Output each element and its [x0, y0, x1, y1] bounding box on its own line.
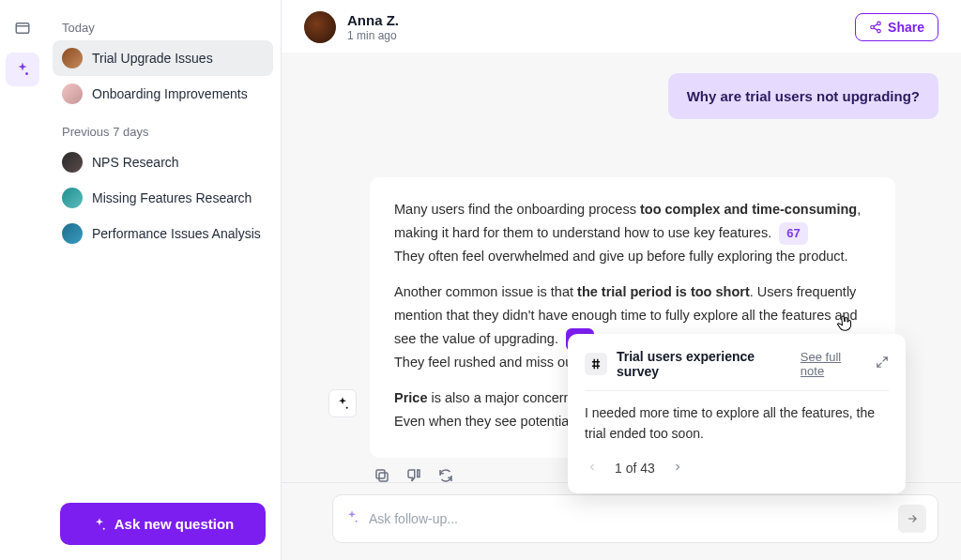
sidebar-item-onboarding[interactable]: Onboarding Improvements	[53, 76, 273, 112]
avatar-icon	[62, 83, 83, 104]
send-button[interactable]	[898, 505, 926, 533]
svg-point-5	[877, 29, 881, 33]
sidebar-item-nps[interactable]: NPS Research	[53, 144, 273, 180]
main: Anna Z. 1 min ago Share Why are trial us…	[282, 0, 961, 560]
icon-rail	[0, 0, 45, 560]
sidebar-section-prev: Previous 7 days	[53, 117, 273, 144]
sidebar-item-label: Performance Issues Analysis	[92, 226, 261, 241]
sidebar-item-label: Onboarding Improvements	[92, 86, 248, 101]
avatar-icon	[62, 48, 83, 68]
sparkle-icon	[335, 396, 350, 411]
evidence-badge[interactable]: 67	[779, 222, 807, 245]
prev-arrow-icon[interactable]	[585, 458, 600, 478]
svg-rect-0	[16, 23, 29, 34]
composer	[332, 494, 938, 543]
answer-paragraph-1: Many users find the onboarding process t…	[394, 198, 871, 267]
sidebar-item-missing-features[interactable]: Missing Features Research	[53, 180, 273, 216]
author-name: Anna Z.	[347, 12, 399, 28]
share-icon	[869, 21, 882, 34]
next-arrow-icon[interactable]	[670, 458, 685, 478]
popover-body: I needed more time to explore all the fe…	[585, 402, 889, 445]
see-full-note-link[interactable]: See full note	[801, 350, 868, 378]
ask-new-question-button[interactable]: Ask new question	[60, 503, 266, 545]
thumbs-down-icon[interactable]	[405, 467, 422, 484]
avatar-icon	[62, 188, 83, 208]
expand-icon[interactable]	[876, 356, 889, 372]
avatar-icon	[62, 223, 83, 244]
sidebar-section-today: Today	[53, 13, 273, 40]
refresh-icon[interactable]	[437, 467, 454, 484]
author-avatar	[304, 11, 336, 43]
svg-point-9	[356, 521, 358, 522]
copy-icon[interactable]	[374, 467, 390, 484]
header: Anna Z. 1 min ago Share	[282, 0, 961, 53]
svg-point-2	[102, 527, 104, 529]
svg-point-4	[871, 25, 875, 29]
sidebar: Today Trial Upgrade Issues Onboarding Im…	[45, 0, 282, 560]
popover-title: Trial users experience survey	[617, 349, 801, 379]
svg-point-6	[346, 407, 348, 409]
pager-text: 1 of 43	[615, 461, 655, 476]
sidebar-item-performance[interactable]: Performance Issues Analysis	[53, 216, 273, 251]
svg-point-3	[877, 22, 881, 25]
share-label: Share	[888, 20, 924, 35]
sidebar-item-label: Missing Features Research	[92, 190, 252, 205]
ai-badge-button[interactable]	[328, 389, 357, 417]
popover-pager: 1 of 43	[585, 458, 889, 478]
svg-point-1	[25, 72, 28, 75]
share-button[interactable]: Share	[855, 13, 938, 41]
sidebar-item-trial-upgrade[interactable]: Trial Upgrade Issues	[53, 40, 273, 76]
sparkle-icon[interactable]	[6, 53, 39, 86]
user-question-bubble: Why are trial users not upgrading?	[668, 73, 938, 119]
evidence-popover: Trial users experience survey See full n…	[568, 334, 906, 493]
svg-rect-7	[379, 473, 388, 481]
hashtag-icon	[585, 353, 607, 375]
sidebar-item-label: NPS Research	[92, 155, 179, 170]
follow-up-input[interactable]	[369, 511, 889, 526]
conversation: Why are trial users not upgrading? Many …	[282, 53, 961, 560]
timestamp: 1 min ago	[347, 29, 399, 42]
avatar-icon	[62, 152, 83, 173]
sparkle-icon	[92, 517, 107, 532]
svg-rect-8	[376, 470, 385, 478]
sparkle-icon	[344, 509, 359, 528]
sidebar-item-label: Trial Upgrade Issues	[92, 51, 213, 66]
ask-new-label: Ask new question	[114, 516, 235, 532]
folder-icon[interactable]	[6, 11, 39, 45]
